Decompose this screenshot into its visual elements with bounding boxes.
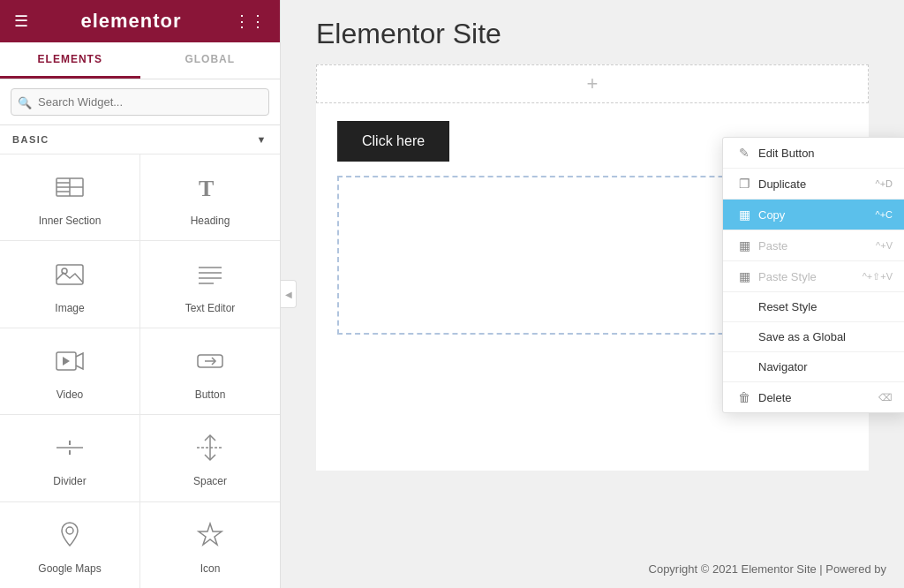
delete-shortcut: ⌫ [878,392,893,403]
paste-icon: ▦ [737,238,751,253]
edit-button-label: Edit Button [758,147,815,160]
widget-label-button: Button [195,388,226,401]
widget-label-video: Video [56,388,83,401]
paste-style-label: Paste Style [758,270,817,283]
save-global-label: Save as a Global [758,330,846,343]
main-content: Elementor Site + Click here + ⚙ Drag wid [281,0,904,588]
spacer-icon [194,432,226,468]
copy-label: Copy [758,208,785,222]
sidebar-tabs: ELEMENTS GLOBAL [0,42,280,79]
button-icon [194,345,226,381]
delete-icon: 🗑 [737,390,751,404]
hamburger-icon[interactable]: ☰ [14,11,28,31]
widget-button[interactable]: Button [140,328,280,414]
context-menu-paste-style[interactable]: ▦ Paste Style ^+⇧+V [723,261,904,292]
plus-icon: + [587,72,599,95]
paste-shortcut: ^+V [876,240,893,251]
svg-rect-6 [56,265,83,284]
icon-widget-icon [194,519,226,555]
widget-image[interactable]: Image [0,241,139,327]
widget-label-inner-section: Inner Section [39,215,102,227]
svg-marker-22 [199,524,222,545]
add-section-bar[interactable]: + [316,64,869,103]
edit-icon: ✎ [737,146,751,160]
inner-section-icon [54,171,86,207]
context-menu: ✎ Edit Button ❐ Duplicate ^+D ▦ Copy ^+C… [722,137,904,413]
page-title: Elementor Site [281,0,904,64]
image-icon [54,259,86,295]
widget-video[interactable]: Video [0,328,139,414]
duplicate-label: Duplicate [758,177,806,191]
widget-label-image: Image [55,302,84,314]
widget-spacer[interactable]: Spacer [140,415,280,501]
duplicate-icon: ❐ [737,177,751,191]
video-icon [54,345,86,381]
svg-marker-13 [63,357,70,366]
widget-label-google-maps: Google Maps [38,562,101,575]
widget-inner-section[interactable]: Inner Section [0,155,139,240]
svg-marker-18 [69,450,71,455]
click-here-button[interactable]: Click here [337,121,449,162]
grid-icon[interactable]: ⋮⋮ [234,11,266,31]
widget-grid: Inner Section T Heading Image [0,154,280,588]
context-menu-paste[interactable]: ▦ Paste ^+V [723,230,904,261]
copy-shortcut: ^+C [875,209,893,220]
context-menu-copy[interactable]: ▦ Copy ^+C [723,200,904,230]
widget-label-divider: Divider [53,475,86,487]
heading-icon: T [194,171,226,207]
text-editor-icon [194,259,226,295]
search-icon: 🔍 [18,95,32,109]
sidebar-header: ☰ elementor ⋮⋮ [0,0,280,42]
reset-style-label: Reset Style [758,300,817,313]
section-header-basic[interactable]: BASIC ▼ [0,125,280,154]
delete-label: Delete [758,391,792,404]
footer-bar: Copyright © 2021 Elementor Site | Powere… [281,550,904,588]
footer-text: Copyright © 2021 Elementor Site | Powere… [649,562,886,576]
svg-marker-17 [69,441,71,445]
chevron-down-icon: ▼ [257,134,267,145]
divider-icon [54,432,86,468]
section-label: BASIC [12,134,49,145]
context-menu-reset-style[interactable]: Reset Style [723,292,904,322]
svg-text:T: T [199,176,214,201]
context-menu-edit-button[interactable]: ✎ Edit Button [723,138,904,169]
context-menu-navigator[interactable]: Navigator [723,352,904,382]
widget-heading[interactable]: T Heading [140,155,280,240]
google-maps-icon [54,519,86,555]
brand-logo: elementor [80,10,181,33]
navigator-label: Navigator [758,360,808,373]
context-menu-save-global[interactable]: Save as a Global [723,322,904,352]
tab-elements[interactable]: ELEMENTS [0,42,140,79]
widget-text-editor[interactable]: Text Editor [140,241,280,327]
copy-icon: ▦ [737,207,751,222]
sidebar-collapse-button[interactable]: ◀ [281,280,297,308]
widget-google-maps[interactable]: Google Maps [0,502,139,588]
widget-divider[interactable]: Divider [0,415,139,501]
widget-label-heading: Heading [191,215,230,227]
search-bar: 🔍 [0,79,280,125]
widget-label-spacer: Spacer [193,475,227,487]
duplicate-shortcut: ^+D [875,178,893,189]
widget-label-icon: Icon [200,562,221,575]
paste-style-shortcut: ^+⇧+V [863,271,893,283]
paste-label: Paste [758,239,787,253]
sidebar: ☰ elementor ⋮⋮ ELEMENTS GLOBAL 🔍 BASIC ▼ [0,0,281,588]
widget-icon[interactable]: Icon [140,502,280,588]
tab-global[interactable]: GLOBAL [140,42,281,79]
search-input[interactable] [11,88,269,116]
widget-label-text-editor: Text Editor [185,302,236,314]
svg-point-21 [66,527,73,534]
context-menu-delete[interactable]: 🗑 Delete ⌫ [723,382,904,412]
context-menu-duplicate[interactable]: ❐ Duplicate ^+D [723,169,904,200]
paste-style-icon: ▦ [737,269,751,283]
